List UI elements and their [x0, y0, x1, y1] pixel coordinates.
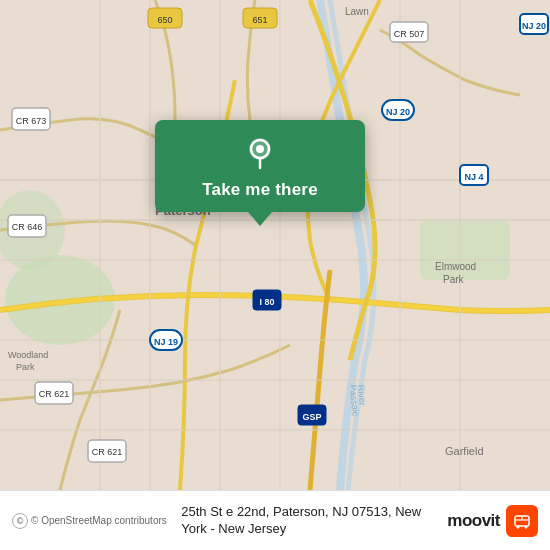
svg-text:NJ 20: NJ 20 — [386, 107, 410, 117]
svg-text:NJ 20: NJ 20 — [522, 21, 546, 31]
svg-text:Woodland: Woodland — [8, 350, 48, 360]
svg-text:NJ 19: NJ 19 — [154, 337, 178, 347]
svg-text:CR 507: CR 507 — [394, 29, 425, 39]
svg-text:CR 621: CR 621 — [92, 447, 123, 457]
svg-point-53 — [256, 145, 264, 153]
address-text: 25th St e 22nd, Paterson, NJ 07513, New … — [181, 504, 439, 538]
svg-text:CR 673: CR 673 — [16, 116, 47, 126]
moovit-icon — [506, 505, 538, 537]
svg-text:Lawn: Lawn — [345, 6, 369, 17]
svg-text:River: River — [356, 384, 368, 406]
callout-label: Take me there — [202, 180, 318, 200]
svg-text:Park: Park — [443, 274, 465, 285]
osm-text: © OpenStreetMap contributors — [31, 515, 167, 526]
moovit-text: moovit — [447, 511, 500, 531]
bottom-bar: © © OpenStreetMap contributors 25th St e… — [0, 490, 550, 550]
svg-text:CR 646: CR 646 — [12, 222, 43, 232]
svg-text:NJ 4: NJ 4 — [464, 172, 483, 182]
svg-point-55 — [517, 525, 520, 528]
callout[interactable]: Take me there — [155, 120, 365, 212]
svg-text:GSP: GSP — [302, 412, 321, 422]
svg-text:650: 650 — [157, 15, 172, 25]
svg-text:Garfield: Garfield — [445, 445, 484, 457]
svg-text:CR 621: CR 621 — [39, 389, 70, 399]
svg-text:Park: Park — [16, 362, 35, 372]
map-container: CR 673 650 651 CR 646 NJ 20 NJ 4 NJ 19 I… — [0, 0, 550, 490]
svg-point-56 — [525, 525, 528, 528]
svg-text:I 80: I 80 — [259, 297, 274, 307]
osm-icon: © — [12, 513, 28, 529]
moovit-logo: moovit — [447, 505, 538, 537]
svg-text:Elmwood: Elmwood — [435, 261, 476, 272]
svg-text:651: 651 — [252, 15, 267, 25]
pin-icon — [241, 134, 279, 172]
osm-attribution: © © OpenStreetMap contributors — [12, 513, 167, 529]
map-svg: CR 673 650 651 CR 646 NJ 20 NJ 4 NJ 19 I… — [0, 0, 550, 490]
